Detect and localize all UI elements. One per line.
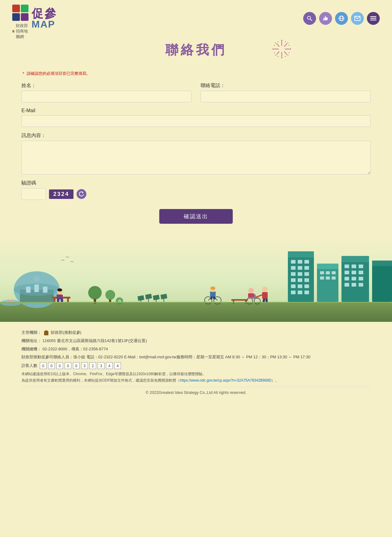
svg-rect-64 <box>298 272 302 276</box>
message-row: 訊息內容： <box>21 132 371 174</box>
visitor-digit-3: 0 <box>65 362 71 369</box>
svg-rect-85 <box>345 265 349 268</box>
svg-rect-98 <box>372 261 392 266</box>
mail-icon <box>354 16 360 21</box>
svg-rect-45 <box>43 287 47 293</box>
hamburger-icon <box>370 16 376 21</box>
visitor-digit-5: 3 <box>81 362 88 369</box>
svg-rect-4 <box>13 32 13 32</box>
captcha-refresh-button[interactable] <box>77 189 86 199</box>
svg-rect-89 <box>352 271 356 274</box>
svg-rect-92 <box>352 277 356 280</box>
svg-rect-59 <box>304 260 309 264</box>
required-note: ＊ 請確認您的必填項目皆已完整填寫。 <box>21 71 371 76</box>
svg-point-5 <box>307 16 311 19</box>
svg-rect-73 <box>298 291 302 294</box>
name-group: 姓名： <box>21 82 191 102</box>
svg-rect-61 <box>298 266 302 270</box>
svg-point-31 <box>289 45 290 46</box>
captcha-label: 驗證碼 <box>21 180 36 185</box>
logo-box-darkblue <box>12 13 20 21</box>
svg-rect-101 <box>67 299 69 302</box>
svg-rect-79 <box>332 271 336 274</box>
email-input[interactable] <box>21 115 371 127</box>
phone-input[interactable] <box>201 91 371 102</box>
svg-rect-63 <box>291 272 296 276</box>
svg-rect-44 <box>34 284 39 292</box>
svg-rect-91 <box>345 277 349 280</box>
svg-point-46 <box>34 276 40 282</box>
svg-point-32 <box>289 52 290 53</box>
visitor-label: 訪客人數 <box>21 363 37 368</box>
svg-rect-96 <box>359 283 363 287</box>
authority-name: 財政部(推動促參) <box>51 330 81 335</box>
email-group: E-Mail <box>21 108 371 127</box>
odf-note: 為提供使用者有文書軟體選擇的權利，本網站提供ODF開放文件格式，建議您安裝免費開… <box>21 378 371 383</box>
like-button[interactable] <box>319 12 332 25</box>
form-section: ＊ 請確認您的必填項目皆已完整填寫。 姓名： 聯絡電話： E-Mail 訊息內容… <box>0 68 392 236</box>
visitor-digit-2: 0 <box>56 362 63 369</box>
svg-rect-67 <box>298 278 302 282</box>
city-illustration: ♻ <box>0 236 392 322</box>
svg-rect-74 <box>304 291 309 294</box>
svg-rect-55 <box>288 251 314 302</box>
thumbs-up-icon <box>322 15 329 21</box>
language-button[interactable] <box>335 12 348 25</box>
svg-rect-93 <box>359 277 363 280</box>
logo-box-green <box>21 5 28 12</box>
logo-area: 財政部招商地圖網 促參 MAP <box>12 5 57 32</box>
svg-rect-113 <box>248 297 259 299</box>
odf-link[interactable]: https://www.ndc.gov.tw/cp.aspx?n=32A75A7… <box>180 378 271 383</box>
illustration-section: ♻ <box>0 236 392 322</box>
svg-point-137 <box>105 290 115 300</box>
svg-rect-127 <box>210 292 216 297</box>
svg-rect-87 <box>359 265 363 268</box>
svg-rect-68 <box>304 278 309 282</box>
page-title-section: 聯絡我們 <box>0 35 392 68</box>
email-row: E-Mail <box>21 108 371 127</box>
message-textarea[interactable] <box>21 141 371 174</box>
svg-rect-56 <box>288 251 314 257</box>
search-button[interactable] <box>303 12 316 25</box>
svg-point-22 <box>281 40 282 41</box>
mail-button[interactable] <box>351 12 364 25</box>
svg-line-6 <box>310 19 312 21</box>
name-input[interactable] <box>21 91 191 102</box>
page-title: 聯絡我們 <box>165 41 227 59</box>
svg-rect-84 <box>341 256 369 262</box>
captcha-input[interactable] <box>21 188 46 200</box>
svg-rect-2 <box>13 31 13 31</box>
svg-rect-43 <box>26 287 31 293</box>
footer: 主管機關： 財政部(推動促參) 機關地址： 116055 臺北市文山區羅斯福路六… <box>0 322 392 401</box>
svg-point-30 <box>285 41 286 42</box>
svg-rect-77 <box>320 271 324 274</box>
visitor-digit-8: 4 <box>106 362 113 369</box>
menu-button[interactable] <box>367 12 380 25</box>
captcha-section: 驗證碼 2324 <box>21 180 371 200</box>
svg-point-37 <box>278 41 279 42</box>
svg-rect-81 <box>326 276 330 280</box>
svg-rect-11 <box>370 16 376 17</box>
authority-line: 主管機關： 財政部(推動促參) <box>21 329 371 336</box>
svg-rect-62 <box>304 266 309 270</box>
captcha-row: 2324 <box>21 188 371 200</box>
svg-rect-78 <box>326 271 330 274</box>
svg-rect-94 <box>345 283 349 287</box>
svg-point-36 <box>274 45 275 46</box>
phone-label: 機關總機： <box>21 347 41 351</box>
svg-rect-116 <box>262 292 268 299</box>
address: 116055 臺北市文山區羅斯福路六段142巷1號13F(交通位置) <box>43 338 147 343</box>
phone-group: 聯絡電話： <box>201 82 371 102</box>
logo-icon-block: 財政部招商地圖網 <box>12 5 29 32</box>
authority-label: 主管機關： <box>21 330 41 335</box>
visitor-digit-1: 0 <box>48 362 55 369</box>
email-label: E-Mail <box>21 108 371 113</box>
svg-point-109 <box>248 288 254 293</box>
submit-button[interactable]: 確認送出 <box>159 209 233 224</box>
svg-point-115 <box>262 287 268 292</box>
submit-row: 確認送出 <box>21 209 371 224</box>
svg-point-26 <box>281 57 282 58</box>
svg-point-28 <box>273 48 274 50</box>
svg-point-27 <box>275 55 276 56</box>
svg-point-133 <box>7 299 10 302</box>
